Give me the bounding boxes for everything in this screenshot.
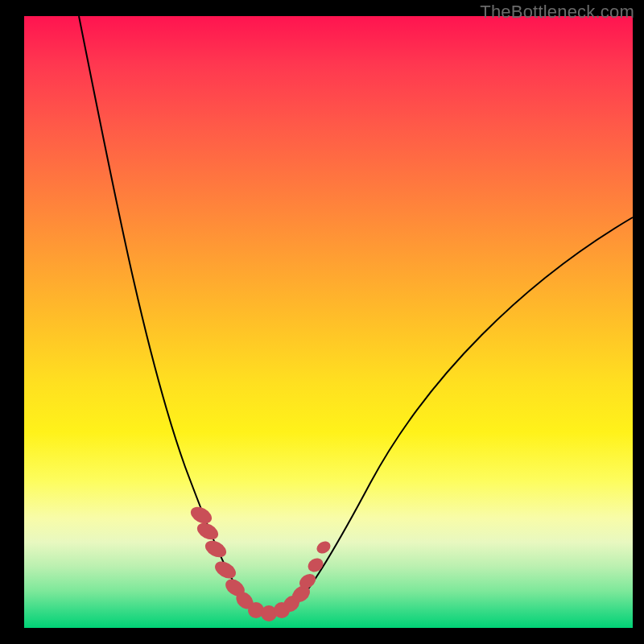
curve-svg [24,16,633,628]
valley-marker [202,537,229,560]
valley-marker [212,558,238,582]
bottleneck-curve [79,16,633,614]
valley-marker [305,555,325,575]
chart-frame: TheBottleneck.com [0,0,644,644]
plot-area [24,16,633,628]
watermark-text: TheBottleneck.com [480,2,634,23]
valley-marker-group [188,503,332,621]
valley-marker [315,539,333,555]
